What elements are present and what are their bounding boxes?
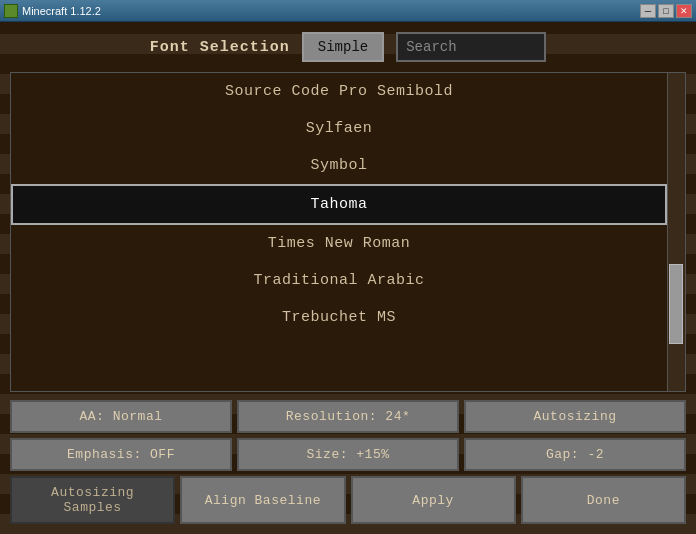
- align-baseline-button[interactable]: Align Baseline: [180, 476, 345, 524]
- header-row: Font Selection Simple: [10, 32, 686, 62]
- emphasis-button[interactable]: Emphasis: OFF: [10, 438, 232, 471]
- title-bar-text: Minecraft 1.12.2: [4, 4, 101, 18]
- font-item-tahoma[interactable]: Tahoma: [11, 184, 667, 225]
- controls-row-2: Emphasis: OFF Size: +15% Gap: -2: [10, 438, 686, 471]
- title-bar: Minecraft 1.12.2 ─ □ ✕: [0, 0, 696, 22]
- done-button[interactable]: Done: [521, 476, 686, 524]
- font-item-sylfaen[interactable]: Sylfaen: [11, 110, 667, 147]
- aa-button[interactable]: AA: Normal: [10, 400, 232, 433]
- controls-row-3: Autosizing Samples Align Baseline Apply …: [10, 476, 686, 524]
- font-list-container: Source Code Pro Semibold Sylfaen Symbol …: [10, 72, 686, 392]
- gap-button[interactable]: Gap: -2: [464, 438, 686, 471]
- font-item-symbol[interactable]: Symbol: [11, 147, 667, 184]
- search-input[interactable]: [396, 32, 546, 62]
- close-button[interactable]: ✕: [676, 4, 692, 18]
- font-item-traditional-arabic[interactable]: Traditional Arabic: [11, 262, 667, 299]
- title-buttons: ─ □ ✕: [640, 4, 692, 18]
- font-item-source-code-pro[interactable]: Source Code Pro Semibold: [11, 73, 667, 110]
- font-item-trebuchet-ms[interactable]: Trebuchet MS: [11, 299, 667, 336]
- minimize-button[interactable]: ─: [640, 4, 656, 18]
- maximize-button[interactable]: □: [658, 4, 674, 18]
- scrollbar-thumb[interactable]: [669, 264, 683, 344]
- autosizing-samples-button[interactable]: Autosizing Samples: [10, 476, 175, 524]
- size-button[interactable]: Size: +15%: [237, 438, 459, 471]
- autosizing-button[interactable]: Autosizing: [464, 400, 686, 433]
- apply-button[interactable]: Apply: [351, 476, 516, 524]
- app-title: Minecraft 1.12.2: [22, 5, 101, 17]
- font-list[interactable]: Source Code Pro Semibold Sylfaen Symbol …: [11, 73, 685, 391]
- scrollbar-track[interactable]: [667, 73, 685, 391]
- simple-button[interactable]: Simple: [302, 32, 384, 62]
- main-content: Font Selection Simple Source Code Pro Se…: [0, 22, 696, 534]
- font-item-times-new-roman[interactable]: Times New Roman: [11, 225, 667, 262]
- controls: AA: Normal Resolution: 24* Autosizing Em…: [10, 400, 686, 524]
- app-icon: [4, 4, 18, 18]
- font-selection-label: Font Selection: [150, 39, 290, 56]
- controls-row-1: AA: Normal Resolution: 24* Autosizing: [10, 400, 686, 433]
- resolution-button[interactable]: Resolution: 24*: [237, 400, 459, 433]
